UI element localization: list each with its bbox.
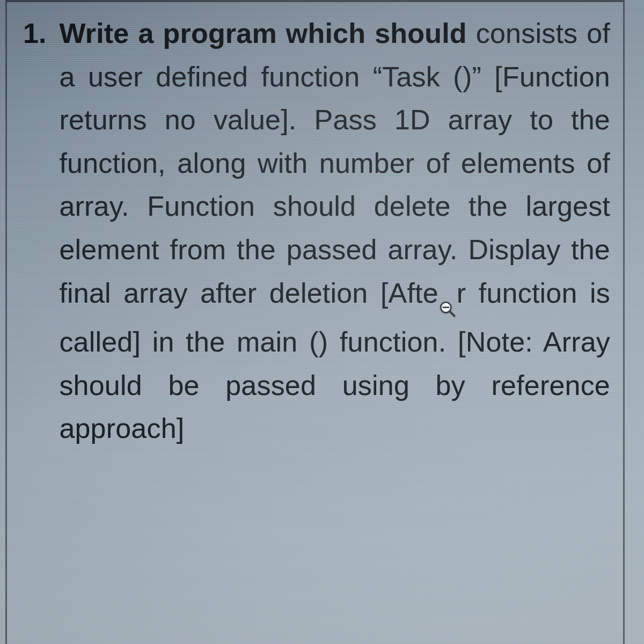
item-text-1: consists of a user defined function “Tas…: [59, 18, 610, 309]
svg-line-2: [450, 311, 455, 316]
list-item: 1. Write a program which should consists…: [20, 12, 610, 450]
cursor-letter: e: [423, 277, 438, 309]
item-lead: Write a program which should: [59, 18, 466, 49]
table-cell: 1. Write a program which should consists…: [5, 0, 625, 644]
item-body: Write a program which should consists of…: [59, 12, 610, 450]
item-number: 1.: [20, 12, 59, 55]
magnifier-cursor-icon: [438, 287, 457, 331]
